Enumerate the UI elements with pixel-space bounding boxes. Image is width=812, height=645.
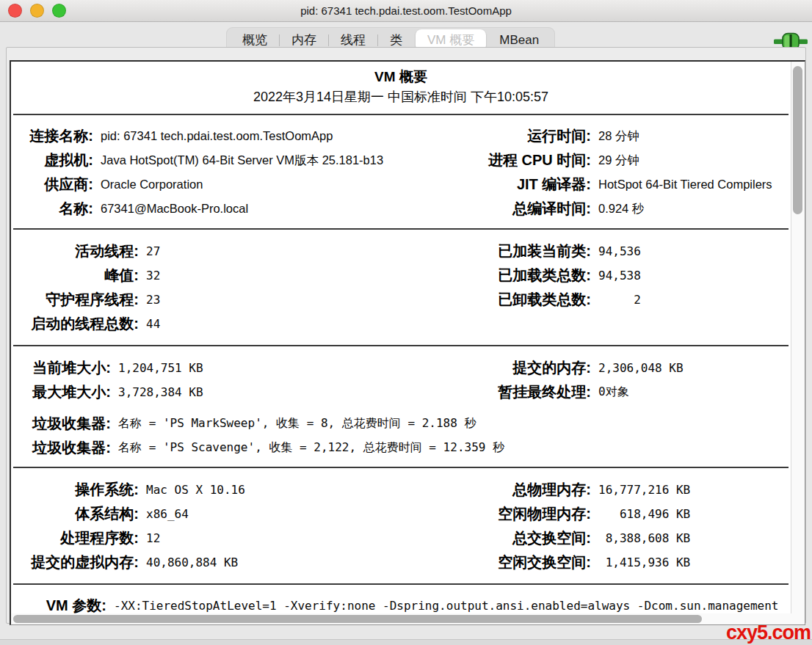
field-label: 垃圾收集器: [24, 438, 111, 458]
field-value: 44 [146, 317, 474, 331]
field-value: 1,415,936 KB [598, 555, 788, 569]
field-value: Mac OS X 10.16 [146, 483, 479, 497]
field-value: 16,777,216 KB [598, 483, 788, 497]
page-title: VM 概要 [11, 67, 791, 87]
row-total-threads-started: 启动的线程总数: 44 [24, 312, 788, 336]
field-label: 供应商: [24, 175, 93, 194]
section-operating-system: 操作系统: Mac OS X 10.16 总物理内存: 16,777,216 K… [11, 468, 791, 583]
row-name: 名称: 67341@MacBook-Pro.local 总编译时间: 0.924… [24, 197, 788, 221]
row-vm-arguments: VM 参数: -XX:TieredStopAtLevel=1 -Xverify:… [24, 594, 788, 613]
field-label: JIT 编译器: [481, 175, 591, 194]
field-value: x86_64 [146, 507, 479, 521]
field-value: 1,204,751 KB [118, 361, 479, 375]
row-max-heap: 最大堆大小: 3,728,384 KB 暂挂最终处理: 0对象 [24, 380, 788, 404]
field-label: 虚拟机: [24, 150, 93, 170]
summary-viewport: VM 概要 2022年3月14日星期一 中国标准时间 下午10:05:57 连接… [11, 62, 791, 613]
field-label: 已卸载类总数: [481, 290, 591, 310]
field-label: 总物理内存: [487, 480, 591, 500]
summary-scrollpane: VM 概要 2022年3月14日星期一 中国标准时间 下午10:05:57 连接… [10, 60, 805, 625]
field-value: 32 [146, 269, 474, 283]
field-value: 29 分钟 [598, 153, 788, 169]
field-value: 名称 = 'PS MarkSweep', 收集 = 8, 总花费时间 = 2.1… [118, 416, 788, 431]
field-value: 2,306,048 KB [598, 361, 788, 375]
field-label: 进程 CPU 时间: [481, 150, 591, 170]
zoom-button[interactable] [52, 4, 66, 18]
field-label: 峰值: [24, 266, 139, 285]
field-value: Java HotSpot(TM) 64-Bit Server VM版本 25.1… [101, 153, 474, 169]
window-bottom-edge [0, 639, 812, 645]
field-value: pid: 67341 tech.pdai.test.oom.TestOomApp [101, 129, 474, 143]
row-committed-virtual-memory: 提交的虚拟内存: 40,860,884 KB 空闲交换空间: 1,415,936… [24, 550, 788, 575]
row-operating-system: 操作系统: Mac OS X 10.16 总物理内存: 16,777,216 K… [24, 478, 788, 502]
field-value: Oracle Corporation [101, 178, 474, 192]
field-value: 67341@MacBook-Pro.local [101, 202, 474, 216]
field-label: 提交的虚拟内存: [24, 553, 139, 572]
row-peak-threads: 峰值: 32 已加载类总数: 94,538 [24, 263, 788, 288]
field-value: 12 [146, 531, 479, 545]
row-current-heap: 当前堆大小: 1,204,751 KB 提交的内存: 2,306,048 KB [24, 356, 788, 380]
row-garbage-collector-scavenge: 垃圾收集器: 名称 = 'PS Scavenge', 收集 = 2,122, 总… [24, 436, 788, 460]
section-memory: 当前堆大小: 1,204,751 KB 提交的内存: 2,306,048 KB … [11, 346, 791, 467]
horizontal-scrollbar[interactable] [11, 613, 791, 624]
field-label: 守护程序线程: [24, 290, 139, 310]
field-label: 已加载类总数: [481, 266, 591, 285]
row-live-threads: 活动线程: 27 已加装当前类: 94,536 [24, 239, 788, 263]
field-label: VM 参数: [24, 596, 106, 613]
field-label: 处理程序数: [24, 528, 139, 548]
field-value: 27 [146, 244, 474, 258]
row-vendor: 供应商: Oracle Corporation JIT 编译器: HotSpot… [24, 172, 788, 197]
summary-header: VM 概要 2022年3月14日星期一 中国标准时间 下午10:05:57 [11, 62, 791, 114]
vertical-scrollbar-thumb[interactable] [793, 66, 802, 214]
field-label: 启动的线程总数: [24, 314, 139, 334]
row-garbage-collector-marksweep: 垃圾收集器: 名称 = 'PS MarkSweep', 收集 = 8, 总花费时… [24, 412, 788, 436]
field-value: 618,496 KB [598, 507, 788, 521]
spacer [24, 404, 788, 412]
field-label: 操作系统: [24, 480, 139, 500]
field-value: 94,538 [598, 269, 788, 283]
field-label: 连接名称: [24, 126, 93, 146]
title-bar: pid: 67341 tech.pdai.test.oom.TestOomApp [0, 0, 812, 22]
field-label: 总编译时间: [481, 199, 591, 219]
minimize-button[interactable] [30, 4, 44, 18]
field-value: 94,536 [598, 244, 788, 258]
close-button[interactable] [8, 4, 22, 18]
row-connection-name: 连接名称: pid: 67341 tech.pdai.test.oom.Test… [24, 124, 788, 148]
field-label: 空闲交换空间: [487, 553, 591, 572]
section-threads-classes: 活动线程: 27 已加装当前类: 94,536 峰值: 32 已加载类总数: 9… [11, 230, 791, 345]
section-connection: 连接名称: pid: 67341 tech.pdai.test.oom.Test… [11, 115, 791, 228]
window-title: pid: 67341 tech.pdai.test.oom.TestOomApp [0, 0, 812, 21]
row-architecture: 体系结构: x86_64 空闲物理内存: 618,496 KB [24, 502, 788, 526]
field-label: 名称: [24, 199, 93, 219]
field-label: 垃圾收集器: [24, 414, 111, 434]
field-value: HotSpot 64-Bit Tiered Compilers [598, 178, 788, 192]
field-value: 0对象 [598, 385, 788, 400]
watermark: cxy5.com [726, 622, 811, 644]
field-value: 名称 = 'PS Scavenge', 收集 = 2,122, 总花费时间 = … [118, 440, 788, 456]
field-label: 最大堆大小: [24, 382, 111, 402]
field-label: 当前堆大小: [24, 358, 111, 378]
field-value: 23 [146, 293, 474, 307]
field-value: 40,860,884 KB [146, 555, 479, 569]
section-vm-arguments: VM 参数: -XX:TieredStopAtLevel=1 -Xverify:… [11, 585, 791, 613]
row-virtual-machine: 虚拟机: Java HotSpot(TM) 64-Bit Server VM版本… [24, 148, 788, 172]
field-label: 暂挂最终处理: [487, 382, 591, 402]
field-value: 0.924 秒 [598, 201, 788, 217]
field-value: -XX:TieredStopAtLevel=1 -Xverify:none -D… [114, 599, 788, 613]
vertical-scrollbar[interactable] [791, 62, 805, 613]
field-value: 8,388,608 KB [598, 531, 788, 545]
row-processors: 处理程序数: 12 总交换空间: 8,388,608 KB [24, 526, 788, 550]
field-label: 总交换空间: [487, 528, 591, 548]
field-value: 3,728,384 KB [118, 385, 479, 399]
field-value: 28 分钟 [598, 128, 788, 145]
field-label: 体系结构: [24, 504, 139, 524]
horizontal-scrollbar-thumb[interactable] [13, 615, 702, 623]
field-label: 活动线程: [24, 241, 139, 261]
field-label: 已加装当前类: [481, 241, 591, 261]
field-label: 空闲物理内存: [487, 504, 591, 524]
row-daemon-threads: 守护程序线程: 23 已卸载类总数: 2 [24, 288, 788, 312]
traffic-lights [8, 4, 66, 18]
field-label: 提交的内存: [487, 358, 591, 378]
field-value: 2 [598, 293, 788, 307]
snapshot-timestamp: 2022年3月14日星期一 中国标准时间 下午10:05:57 [11, 87, 791, 107]
field-label: 运行时间: [481, 126, 591, 146]
